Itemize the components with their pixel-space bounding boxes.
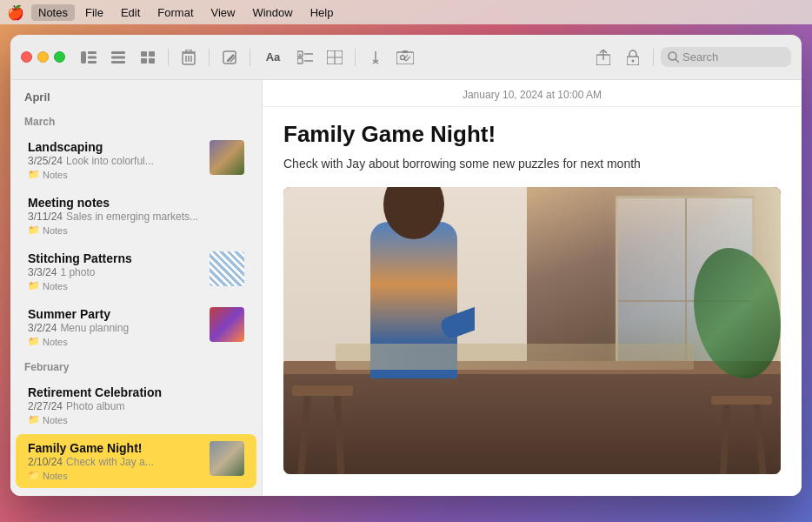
- note-body-text: Check with Jay about borrowing some new …: [283, 155, 781, 173]
- gallery-view-icon: [141, 51, 155, 64]
- menu-edit[interactable]: Edit: [114, 4, 147, 21]
- note-title: Stitching Patterns: [28, 251, 132, 265]
- note-title-large: Family Game Night!: [283, 121, 781, 148]
- note-folder: 📁 Notes: [28, 224, 198, 236]
- share-button[interactable]: [590, 44, 616, 70]
- svg-point-37: [669, 52, 676, 60]
- svg-rect-2: [88, 56, 97, 58]
- sidebar: April March Landscaping 3/25/24 Look int…: [10, 80, 263, 496]
- menu-view[interactable]: View: [204, 4, 243, 21]
- table-icon: [327, 50, 343, 64]
- menu-notes[interactable]: Notes: [31, 4, 75, 21]
- list-view-icon: [111, 51, 125, 64]
- lock-button[interactable]: [620, 44, 646, 70]
- attachment-button[interactable]: [363, 44, 389, 70]
- note-folder: 📁 Notes: [28, 414, 162, 425]
- svg-rect-4: [111, 51, 125, 54]
- svg-line-38: [676, 59, 679, 63]
- note-thumbnail: [210, 251, 244, 286]
- svg-rect-10: [149, 58, 155, 64]
- note-image: [283, 187, 781, 474]
- note-date: January 10, 2024 at 10:00 AM: [263, 80, 802, 107]
- svg-rect-22: [297, 58, 303, 64]
- compose-icon: [222, 50, 237, 65]
- menu-window[interactable]: Window: [245, 4, 299, 21]
- note-folder: 📁 Notes: [28, 470, 154, 481]
- notes-list: March Landscaping 3/25/24 Look into colo…: [10, 110, 262, 496]
- march-section-header: March: [10, 110, 262, 131]
- lock-icon: [627, 50, 639, 65]
- note-meta: 2/10/24 Check with Jay a...: [28, 456, 154, 468]
- note-folder: 📁 Notes: [28, 336, 129, 347]
- note-item-family-game-night[interactable]: Family Game Night! 2/10/24 Check with Ja…: [16, 434, 256, 488]
- svg-rect-13: [186, 50, 191, 52]
- note-title: Meeting notes: [28, 196, 198, 210]
- note-thumbnail: [210, 307, 244, 342]
- note-detail: January 10, 2024 at 10:00 AM Family Game…: [263, 80, 802, 496]
- photo-scene: [283, 187, 781, 474]
- search-input[interactable]: [682, 50, 778, 64]
- svg-rect-9: [141, 58, 147, 64]
- note-title: Summer Party: [28, 307, 129, 321]
- note-item-meeting[interactable]: Meeting notes 3/11/24 Sales in emerging …: [16, 189, 256, 243]
- note-title: Landscaping: [28, 140, 154, 154]
- svg-rect-5: [111, 56, 125, 58]
- content-area: April March Landscaping 3/25/24 Look int…: [10, 80, 802, 496]
- toolbar: Aa: [10, 35, 802, 80]
- svg-rect-0: [81, 51, 86, 64]
- window-controls: [21, 51, 65, 63]
- list-view-button[interactable]: [105, 44, 131, 70]
- search-icon: [668, 51, 679, 63]
- svg-rect-6: [111, 61, 125, 64]
- table-button[interactable]: [322, 44, 348, 70]
- menu-file[interactable]: File: [78, 4, 110, 21]
- note-title: Retirement Celebration: [28, 385, 162, 399]
- note-meta: 2/27/24 Photo album: [28, 400, 162, 412]
- menu-help[interactable]: Help: [303, 4, 341, 21]
- note-item-summer-party[interactable]: Summer Party 3/2/24 Menu planning 📁 Note…: [16, 300, 256, 354]
- sidebar-toggle-button[interactable]: [76, 44, 102, 70]
- text-format-button[interactable]: Aa: [257, 44, 289, 70]
- note-folder: 📁 Notes: [28, 280, 132, 291]
- note-meta: 3/11/24 Sales in emerging markets...: [28, 211, 198, 223]
- february-section-header: February: [10, 356, 262, 377]
- gallery-view-button[interactable]: [135, 44, 161, 70]
- note-thumbnail: [210, 140, 244, 175]
- toolbar-sep-4: [355, 49, 356, 66]
- notes-window: Aa: [10, 35, 802, 496]
- minimize-button[interactable]: [37, 51, 49, 63]
- text-format-icon: Aa: [266, 50, 281, 64]
- note-meta: 3/3/24 1 photo: [28, 266, 132, 278]
- share-icon: [596, 50, 610, 65]
- photo-button[interactable]: [392, 44, 418, 70]
- delete-button[interactable]: [176, 44, 202, 70]
- close-button[interactable]: [21, 51, 32, 63]
- maximize-button[interactable]: [54, 51, 65, 63]
- svg-rect-7: [141, 51, 147, 57]
- photo-icon: [396, 50, 414, 64]
- note-thumbnail: [210, 441, 244, 476]
- checklist-button[interactable]: [292, 44, 318, 70]
- sidebar-toggle-icon: [81, 51, 97, 64]
- note-content[interactable]: Family Game Night! Check with Jay about …: [263, 107, 802, 496]
- current-month-header: April: [10, 80, 262, 110]
- toolbar-sep-3: [250, 49, 250, 66]
- svg-rect-8: [149, 51, 155, 57]
- search-container: [661, 47, 791, 67]
- menu-bar: 🍎 Notes File Edit Format View Window Hel…: [0, 0, 812, 24]
- note-meta: 3/2/24 Menu planning: [28, 322, 129, 334]
- apple-menu[interactable]: 🍎: [7, 4, 24, 21]
- menu-format[interactable]: Format: [150, 4, 200, 21]
- delete-icon: [182, 50, 196, 65]
- svg-rect-32: [403, 50, 408, 53]
- svg-point-36: [632, 59, 635, 62]
- compose-button[interactable]: [216, 44, 243, 70]
- note-meta: 3/25/24 Look into colorful...: [28, 155, 154, 167]
- note-item-retirement[interactable]: Retirement Celebration 2/27/24 Photo alb…: [16, 378, 256, 432]
- toolbar-sep-5: [653, 49, 654, 66]
- note-item-landscaping[interactable]: Landscaping 3/25/24 Look into colorful..…: [16, 133, 256, 187]
- note-folder: 📁 Notes: [28, 169, 154, 180]
- attachment-icon: [368, 50, 383, 65]
- svg-rect-3: [88, 61, 97, 64]
- note-item-stitching[interactable]: Stitching Patterns 3/3/24 1 photo 📁 Note…: [16, 244, 256, 298]
